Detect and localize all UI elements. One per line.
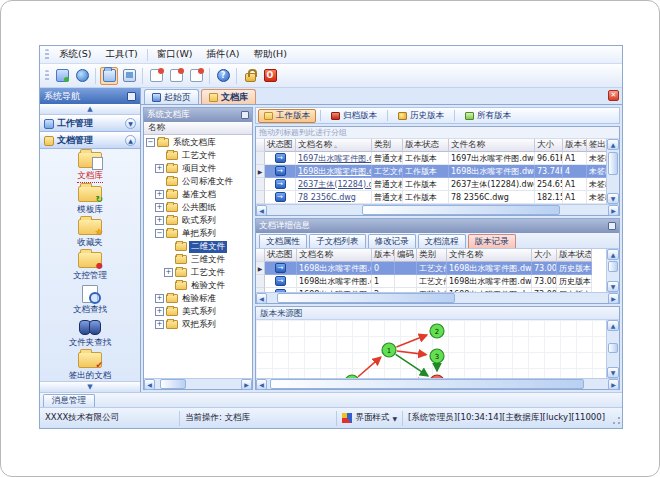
detail-tab-修改记录[interactable]: 修改记录 xyxy=(368,234,416,248)
toolbar-button-help[interactable]: ? xyxy=(214,67,232,85)
button-归档版本[interactable]: 归档版本 xyxy=(325,109,383,123)
tree-node-系统文档库[interactable]: −系统文档库 xyxy=(144,136,252,149)
scroll-right-icon[interactable]: ▶ xyxy=(608,293,619,304)
graph-vscrollbar[interactable]: ▲ ▼ xyxy=(606,320,619,378)
table-row[interactable]: ▶→1698出水嘴零件图.dwg工艺文件工作版本1698出水嘴零件图.dwg73… xyxy=(256,165,606,178)
scroll-thumb[interactable] xyxy=(270,379,584,389)
scroll-up-icon[interactable]: ▲ xyxy=(607,139,619,150)
expand-icon[interactable]: + xyxy=(155,190,164,199)
cell-文档名称[interactable]: 1697出水嘴零件图.dwg xyxy=(296,152,372,165)
version-source-graph[interactable]: 01234 xyxy=(256,320,606,378)
scroll-left-icon[interactable]: ◀ xyxy=(144,379,155,390)
cell-文档名称[interactable]: 1698出水嘴零件图.dwg xyxy=(296,165,372,178)
resize-grip[interactable] xyxy=(610,411,622,426)
version-grid-vscrollbar[interactable]: ▲ ▼ xyxy=(606,249,619,292)
doc-grid-column-类别[interactable]: 类别 xyxy=(372,139,403,152)
collapse-icon[interactable] xyxy=(608,222,616,230)
tree-node-双把系列[interactable]: +双把系列 xyxy=(144,318,252,331)
scroll-track[interactable] xyxy=(607,260,619,281)
tree-node-二维文件[interactable]: 二维文件 xyxy=(144,240,252,253)
tree-node-公共图纸[interactable]: +公共图纸 xyxy=(144,201,252,214)
scroll-thumb[interactable] xyxy=(160,379,186,389)
toolbar-button-screen-share[interactable] xyxy=(53,67,71,85)
tree-node-美式系列[interactable]: +美式系列 xyxy=(144,305,252,318)
doc-grid-column-文件名称[interactable]: 文件名称 xyxy=(449,139,535,152)
tab-message-management[interactable]: 消息管理 xyxy=(43,394,95,407)
scroll-down-icon[interactable]: ▼ xyxy=(607,367,619,378)
detail-tab-子文档列表[interactable]: 子文档列表 xyxy=(309,234,366,248)
sidebar-item-文控管理[interactable]: 文控管理 xyxy=(40,252,140,282)
sidebar-group-document-management[interactable]: 文档管理▲ xyxy=(40,132,140,149)
version-grid-column-状态图[interactable]: 状态图 xyxy=(265,249,297,262)
scroll-right-icon[interactable]: ▶ xyxy=(241,379,252,390)
table-row[interactable]: →1698出水嘴零件图.dwg1工艺文件1698出水嘴零件图.dwg73.00K… xyxy=(256,275,606,288)
scroll-left-icon[interactable]: ◀ xyxy=(256,293,267,304)
scroll-thumb[interactable] xyxy=(608,343,618,352)
scroll-thumb[interactable] xyxy=(608,261,618,272)
doc-grid-column-签出状态[interactable]: 签出状态 xyxy=(587,139,606,152)
scroll-left-icon[interactable]: ◀ xyxy=(256,379,267,390)
doc-grid-column-大小[interactable]: 大小 xyxy=(535,139,563,152)
expand-icon[interactable]: + xyxy=(155,320,164,329)
scroll-thumb[interactable] xyxy=(277,293,454,303)
version-grid-column-文档名称[interactable]: 文档名称 xyxy=(297,249,372,262)
sidebar-item-收藏夹[interactable]: 收藏夹 xyxy=(40,219,140,249)
button-历史版本[interactable]: 历史版本 xyxy=(392,109,450,123)
tree-column-header[interactable]: 名称 xyxy=(144,122,252,135)
version-grid-column-版本号[interactable]: 版本号 xyxy=(372,249,395,262)
collapse-icon[interactable]: − xyxy=(155,229,164,238)
doc-grid-column-文档名称[interactable]: 文档名称▵ xyxy=(296,139,372,152)
scroll-track[interactable] xyxy=(267,205,608,215)
scroll-up-icon[interactable]: ▲ xyxy=(607,320,619,331)
cell-文档名称[interactable]: 2637主体(12284).dwg xyxy=(296,178,372,191)
interface-style-dropdown[interactable]: 界面样式 ▼ xyxy=(337,411,403,426)
sidebar-item-文档查找[interactable]: 文档查找 xyxy=(40,285,140,316)
version-grid-hscrollbar[interactable]: ◀ ▶ xyxy=(256,292,619,303)
chevron-down-icon[interactable]: ▼ xyxy=(125,118,136,129)
doc-grid-column-状态图[interactable]: 状态图 xyxy=(265,139,296,152)
toolbar-button-exit[interactable]: O xyxy=(261,67,279,85)
sidebar-scroll-up-button[interactable]: ▲ xyxy=(40,104,140,115)
scroll-down-icon[interactable]: ▼ xyxy=(607,281,619,292)
toolbar-button-computer[interactable] xyxy=(120,67,138,85)
toolbar-grip[interactable] xyxy=(45,70,49,82)
scroll-track[interactable] xyxy=(267,379,608,389)
chevron-up-icon[interactable]: ▲ xyxy=(125,135,136,146)
tab-文档库[interactable]: 文档库 xyxy=(201,89,256,104)
detail-tab-文档属性[interactable]: 文档属性 xyxy=(259,234,307,248)
expand-icon[interactable]: + xyxy=(155,294,164,303)
cell-文档名称[interactable]: 78 2356C.dwg xyxy=(296,191,372,204)
expand-icon[interactable]: + xyxy=(155,307,164,316)
expand-icon[interactable]: + xyxy=(155,203,164,212)
tree-node-检验标准[interactable]: +检验标准 xyxy=(144,292,252,305)
expand-icon[interactable]: + xyxy=(155,164,164,173)
sidebar-item-文件夹查找[interactable]: 文件夹查找 xyxy=(40,319,140,349)
graph-hscrollbar[interactable]: ◀ ▶ xyxy=(256,378,619,389)
scroll-left-icon[interactable]: ◀ xyxy=(256,205,267,216)
tab-起始页[interactable]: 起始页 xyxy=(144,89,199,104)
scroll-down-icon[interactable]: ▼ xyxy=(607,193,619,204)
button-所有版本[interactable]: 所有版本 xyxy=(459,109,517,123)
toolbar-button-lock[interactable] xyxy=(241,67,259,85)
tree-node-项目文件[interactable]: +项目文件 xyxy=(144,162,252,175)
tree-node-公司标准文件[interactable]: 公司标准文件 xyxy=(144,175,252,188)
menu-item-1[interactable]: 系统(S) xyxy=(52,47,98,62)
scroll-thumb[interactable] xyxy=(608,152,618,176)
scroll-thumb[interactable] xyxy=(362,205,560,215)
document-grid-hscrollbar[interactable]: ◀ ▶ xyxy=(256,204,619,215)
toolbar-button-globe[interactable] xyxy=(73,67,91,85)
doc-grid-column-版本状态[interactable]: 版本状态 xyxy=(403,139,449,152)
scroll-right-icon[interactable]: ▶ xyxy=(608,205,619,216)
tree-node-工艺文件[interactable]: 工艺文件 xyxy=(144,149,252,162)
version-grid-column-版本状态[interactable]: 版本状态 xyxy=(557,249,592,262)
sidebar-group-work-management[interactable]: 工作管理▼ xyxy=(40,115,140,132)
expand-icon[interactable]: + xyxy=(155,216,164,225)
tree-node-三维文件[interactable]: 三维文件 xyxy=(144,253,252,266)
tree-node-欧式系列[interactable]: +欧式系列 xyxy=(144,214,252,227)
version-grid-column-文件名称[interactable]: 文件名称 xyxy=(447,249,532,262)
tree-node-检验文件[interactable]: 检验文件 xyxy=(144,279,252,292)
scroll-track[interactable] xyxy=(607,331,619,367)
tree-node-工艺文件[interactable]: +工艺文件 xyxy=(144,266,252,279)
tree-node-基准文档[interactable]: +基准文档 xyxy=(144,188,252,201)
pin-icon[interactable] xyxy=(127,92,136,101)
